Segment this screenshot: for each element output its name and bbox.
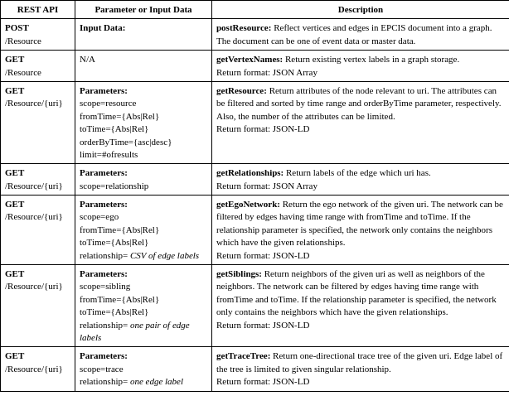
api-cell: GET/Resource/{uri} [1, 196, 75, 265]
description-cell: getResource: Return attributes of the no… [212, 81, 510, 163]
input-cell: Parameters:scope=egofromTime={Abs|Rel}to… [75, 196, 212, 265]
api-cell: GET/Resource/{uri} [1, 265, 75, 347]
api-cell: POST/Resource [1, 19, 75, 51]
table-row: GET/Resource/{uri}Parameters:scope=egofr… [1, 196, 510, 265]
api-cell: GET/Resource/{uri} [1, 347, 75, 391]
table-row: GET/Resource/{uri}Parameters:scope=resou… [1, 81, 510, 163]
input-cell: Parameters:scope=tracerelationship= one … [75, 347, 212, 391]
api-table: REST API Parameter or Input Data Descrip… [0, 0, 509, 392]
table-row: GET/Resource/{uri}Parameters:scope=sibli… [1, 265, 510, 347]
table-row: GET/Resource/{uri}Parameters:scope=relat… [1, 164, 510, 196]
input-cell: Parameters:scope=relationship [75, 164, 212, 196]
description-cell: postResource: Reflect vertices and edges… [212, 19, 510, 51]
header-api: REST API [1, 1, 75, 19]
api-cell: GET/Resource/{uri} [1, 164, 75, 196]
header-input: Parameter or Input Data [75, 1, 212, 19]
table-row: GET/Resource/{uri}Parameters:scope=trace… [1, 347, 510, 391]
table-row: GET/ResourceN/AgetVertexNames: Return ex… [1, 51, 510, 82]
description-cell: getRelationships: Return labels of the e… [212, 164, 510, 196]
table-row: POST/ResourceInput Data:postResource: Re… [1, 19, 510, 51]
api-cell: GET/Resource/{uri} [1, 81, 75, 163]
header-description: Description [212, 1, 510, 19]
api-cell: GET/Resource [1, 51, 75, 82]
description-cell: getTraceTree: Return one-directional tra… [212, 347, 510, 391]
description-cell: getVertexNames: Return existing vertex l… [212, 51, 510, 82]
input-cell: Parameters:scope=resourcefromTime={Abs|R… [75, 81, 212, 163]
input-cell: N/A [75, 51, 212, 82]
description-cell: getEgoNetwork: Return the ego network of… [212, 196, 510, 265]
description-cell: getSiblings: Return neighbors of the giv… [212, 265, 510, 347]
input-cell: Input Data: [75, 19, 212, 51]
input-cell: Parameters:scope=siblingfromTime={Abs|Re… [75, 265, 212, 347]
